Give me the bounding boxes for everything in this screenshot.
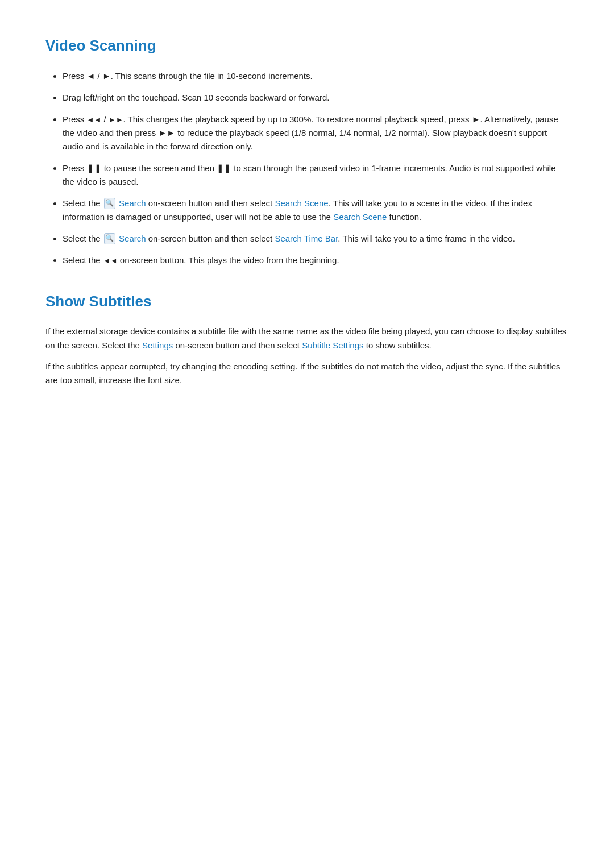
prev-icon: ◄ [87, 71, 96, 81]
item7-text-after: on-screen button. This plays the video f… [118, 255, 339, 265]
item5-text-before: Select the [63, 198, 103, 208]
separator2: / [101, 114, 109, 124]
pause-icon: ❚❚ [87, 163, 102, 173]
show-subtitles-section: Show Subtitles If the external storage d… [45, 290, 569, 388]
item5-text-middle: on-screen button and then select [146, 198, 275, 208]
list-item: Press ◄◄ / ►►. This changes the playback… [63, 113, 569, 153]
search-scene-link-1: Search Scene [275, 198, 328, 208]
item1-text-before: Press [63, 71, 87, 81]
list-item: Drag left/right on the touchpad. Scan 10… [63, 91, 569, 105]
video-scanning-title: Video Scanning [45, 34, 569, 58]
item4-text-before: Press [63, 163, 87, 173]
item5-text-after2: function. [387, 212, 421, 222]
search-label-1: Search [117, 198, 146, 208]
item3-text-before: Press [63, 114, 87, 124]
search-label-2: Search [117, 234, 146, 243]
search-scene-link-2: Search Scene [333, 212, 387, 222]
item6-text-middle: on-screen button and then select [146, 234, 275, 243]
ff2-icon: ►► [158, 128, 175, 138]
play-icon: ► [472, 114, 480, 124]
go-beginning-icon: ◄◄ [103, 256, 118, 265]
item3-text-after: . This changes the playback speed by up … [123, 114, 472, 124]
item1-text-after: . This scans through the file in 10-seco… [111, 71, 313, 81]
next-icon: ► [102, 71, 111, 81]
video-scanning-list: Press ◄ / ►. This scans through the file… [45, 69, 569, 267]
search-icon-1 [104, 198, 115, 209]
list-item: Select the Search on-screen button and t… [63, 232, 569, 246]
rewind-icon: ◄◄ [87, 115, 102, 124]
subtitles-paragraph-2: If the subtitles appear corrupted, try c… [45, 360, 569, 388]
pause2-icon: ❚❚ [217, 163, 231, 173]
item2-text: Drag left/right on the touchpad. Scan 10… [63, 93, 329, 102]
list-item: Select the Search on-screen button and t… [63, 197, 569, 224]
settings-link: Settings [142, 340, 173, 350]
item6-text-after: . This will take you to a time frame in … [338, 234, 515, 243]
search-time-bar-link: Search Time Bar [275, 234, 338, 243]
item7-text-before: Select the [63, 255, 103, 265]
para1-text-middle: on-screen button and then select [173, 340, 302, 350]
item4-text-middle: to pause the screen and then [102, 163, 217, 173]
list-item: Select the ◄◄ on-screen button. This pla… [63, 254, 569, 267]
list-item: Press ❚❚ to pause the screen and then ❚❚… [63, 161, 569, 189]
item6-text-before: Select the [63, 234, 103, 243]
search-icon-2 [104, 233, 115, 244]
ff-icon: ►► [109, 115, 123, 124]
show-subtitles-title: Show Subtitles [45, 290, 569, 314]
separator: / [95, 71, 102, 81]
para1-text-after: to show subtitles. [364, 340, 432, 350]
subtitle-settings-link: Subtitle Settings [302, 340, 363, 350]
subtitles-paragraph-1: If the external storage device contains … [45, 325, 569, 353]
list-item: Press ◄ / ►. This scans through the file… [63, 69, 569, 83]
video-scanning-section: Video Scanning Press ◄ / ►. This scans t… [45, 34, 569, 267]
